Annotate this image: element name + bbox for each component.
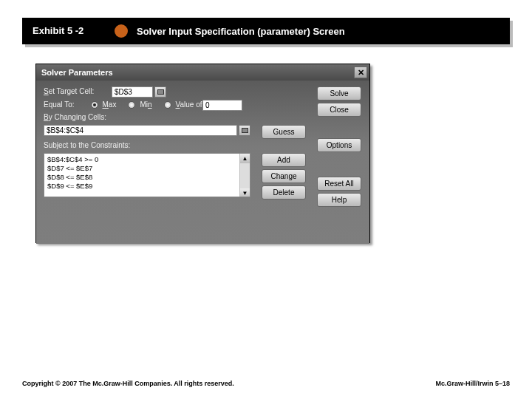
constraint-row[interactable]: $D$7 <= $E$7 — [47, 164, 247, 173]
exhibit-number: Exhibit 5 -2 — [22, 18, 107, 44]
radio-max[interactable] — [91, 101, 98, 109]
close-dialog-button[interactable]: Close — [317, 103, 361, 117]
header-rest: Solver Input Specification (parameter) S… — [107, 18, 510, 44]
constraints-listbox[interactable]: $B$4:$C$4 >= 0 $D$7 <= $E$7 $D$8 <= $E$8… — [44, 153, 250, 197]
dialog-body: Set Target Cell: $D$3 Equal To: Max Min … — [36, 81, 369, 244]
constraint-row[interactable]: $B$4:$C$4 >= 0 — [47, 155, 247, 164]
footer: Copyright © 2007 The Mc.Graw-Hill Compan… — [22, 380, 510, 387]
page-number: Mc.Graw-Hill/Irwin 5–18 — [435, 380, 510, 387]
constraint-row[interactable]: $D$8 <= $E$8 — [47, 173, 247, 182]
constraints-scrollbar[interactable]: ▲ ▼ — [239, 154, 250, 197]
constraint-row[interactable]: $D$9 <= $E$9 — [47, 182, 247, 191]
radio-min[interactable] — [128, 101, 135, 109]
delete-button[interactable]: Delete — [262, 185, 306, 200]
by-changing-label: By Changing Cells: — [44, 113, 106, 121]
changing-cells-input[interactable]: $B$4:$C$4 — [44, 125, 237, 136]
value-of-input[interactable]: 0 — [202, 100, 242, 111]
scroll-up-icon[interactable]: ▲ — [240, 154, 250, 163]
dialog-titlebar[interactable]: Solver Parameters ✕ — [36, 64, 369, 81]
target-cell-input[interactable]: $D$3 — [112, 86, 153, 98]
options-button[interactable]: Options — [317, 138, 361, 152]
radio-max-label: Max — [103, 100, 117, 109]
guess-button[interactable]: Guess — [262, 125, 306, 139]
close-icon: ✕ — [358, 68, 364, 78]
equal-to-row: Equal To: Max Min Value of: — [44, 100, 204, 109]
reset-all-button[interactable]: Reset All — [317, 177, 361, 191]
target-cell-picker-icon[interactable] — [154, 86, 166, 98]
radio-min-label: Min — [140, 100, 151, 109]
set-target-label: Set Target Cell: — [44, 87, 94, 95]
subject-to-label: Subject to the Constraints: — [44, 141, 130, 149]
copyright-text: Copyright © 2007 The Mc.Graw-Hill Compan… — [22, 380, 234, 387]
dialog-title: Solver Parameters — [38, 68, 113, 77]
header-main: Exhibit 5 -2 Solver Input Specification … — [22, 18, 510, 44]
changing-cells-picker-icon[interactable] — [239, 125, 250, 136]
close-button[interactable]: ✕ — [354, 66, 367, 78]
equal-to-label: Equal To: — [44, 100, 75, 109]
add-button[interactable]: Add — [262, 153, 306, 167]
solver-parameters-dialog: Solver Parameters ✕ Set Target Cell: $D$… — [35, 64, 370, 243]
radio-value-of[interactable] — [164, 101, 171, 109]
orange-dot-icon — [115, 24, 128, 38]
change-button[interactable]: Change — [262, 169, 306, 183]
help-button[interactable]: Help — [317, 193, 361, 207]
solve-button[interactable]: Solve — [317, 86, 361, 100]
slide-header: Exhibit 5 -2 Solver Input Specification … — [22, 18, 510, 44]
scroll-down-icon[interactable]: ▼ — [240, 188, 250, 197]
slide-title: Solver Input Specification (parameter) S… — [137, 26, 345, 37]
radio-value-of-label: Value of: — [176, 100, 205, 109]
